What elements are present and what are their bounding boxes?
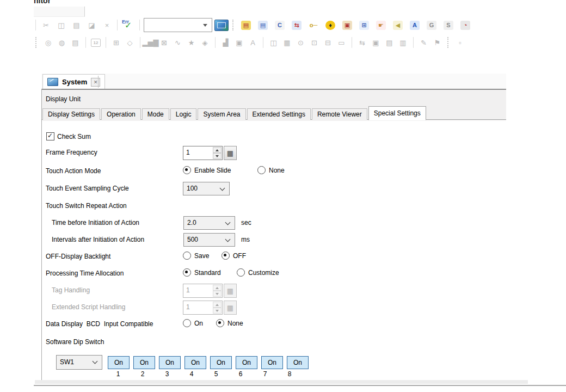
touch-switch-repeat-label: Touch Switch Repeat Action (46, 202, 127, 210)
processing-customize-label: Customize (248, 269, 279, 277)
dip-switch-5-button[interactable]: On (210, 356, 232, 369)
list-parts-alt-icon[interactable]: ▥ (398, 38, 408, 47)
bcd-none-radio[interactable] (216, 319, 224, 327)
processing-standard-radio[interactable] (183, 268, 191, 277)
dip-switch-6-button[interactable]: On (236, 356, 257, 369)
frame-frequency-spinner[interactable]: 1 (183, 146, 223, 160)
dip-switch-1-number: 1 (108, 370, 128, 378)
transfer-project-icon[interactable]: ⇆ (292, 21, 302, 30)
movie-camera-icon[interactable]: ⊙ (296, 38, 306, 47)
draw-pen-icon[interactable]: ✎ (419, 38, 429, 47)
g-settings-icon[interactable]: G (427, 21, 436, 30)
text-display-icon[interactable]: A (248, 38, 258, 47)
window-parts-icon[interactable]: ◫ (268, 38, 279, 47)
sketch-part-icon[interactable]: ◇ (125, 38, 135, 47)
time-before-initiation-label: Time before Initiation of Action (52, 219, 139, 226)
spin-up-button[interactable] (213, 147, 222, 153)
bcd-on-radio[interactable] (183, 319, 191, 327)
intervals-after-initiation-dropdown[interactable]: 500 (183, 233, 235, 247)
mini-part-icon[interactable]: ▫ (455, 38, 465, 47)
copy-icon[interactable]: ◫ (56, 20, 66, 30)
dip-switch-selector-dropdown[interactable]: SW1 (56, 355, 102, 370)
screen-part-icon[interactable]: ▭ (336, 38, 347, 47)
error-check-icon[interactable]: Err ✓ (121, 19, 136, 31)
touch-action-enable-slide-radio[interactable] (183, 166, 191, 174)
picture-display-icon[interactable]: ▣ (234, 38, 244, 47)
touch-settings-icon[interactable]: ☛ (376, 21, 386, 30)
toolbar-separator (413, 37, 414, 48)
security-icon[interactable]: ♦ (325, 21, 335, 30)
processing-customize-radio[interactable] (237, 268, 245, 277)
settings-list-icon[interactable]: ▤ (258, 21, 268, 30)
check-sum-checkbox[interactable] (46, 132, 54, 140)
date-display-icon[interactable]: 12 (91, 39, 101, 47)
schedule-icon[interactable]: ⊞ (359, 21, 369, 30)
toolbar-separator (117, 20, 118, 30)
touch-event-sampling-dropdown[interactable]: 100 (183, 182, 230, 195)
dip-switch-2-button[interactable]: On (133, 356, 155, 369)
flag-icon[interactable]: ⚑ (432, 38, 442, 47)
close-icon[interactable]: ✕ (91, 78, 100, 87)
delete-icon[interactable]: × (102, 20, 112, 30)
capture-timer-icon[interactable]: ◔ (460, 21, 470, 30)
horizontal-scrollbar[interactable] (35, 380, 528, 384)
document-tab-system[interactable]: System ✕ (42, 74, 105, 89)
backlight-off-radio[interactable] (222, 252, 230, 260)
spin-down-button[interactable] (213, 153, 222, 159)
keypad-display-icon[interactable]: ⊞ (111, 38, 121, 47)
tab-system-area[interactable]: System Area (198, 108, 245, 120)
alarm-part-icon[interactable]: ▤ (70, 38, 81, 47)
compass-marker-icon[interactable]: ◈ (200, 38, 210, 47)
bar-graph-icon[interactable]: ▂▅▇ (145, 38, 156, 47)
image-window-icon[interactable]: ▣ (371, 38, 381, 47)
lamp-part-icon[interactable]: ◍ (57, 38, 67, 47)
preview-screen-icon[interactable] (214, 20, 229, 31)
key-icon[interactable]: o─ (309, 21, 318, 30)
spin-up-button (213, 285, 222, 291)
tab-remote-viewer[interactable]: Remote Viewer (312, 108, 367, 120)
data-container-icon[interactable]: ▣ (342, 21, 352, 30)
paste-icon[interactable]: ▤ (71, 20, 82, 30)
frame-frequency-keypad-button[interactable]: ▦ (224, 146, 237, 160)
scatter-graph-icon[interactable]: ⊠ (159, 38, 169, 47)
tab-operation[interactable]: Operation (101, 108, 141, 120)
switch-part-icon[interactable]: ◎ (43, 38, 53, 47)
sound-icon[interactable]: ◀ (393, 21, 403, 30)
touch-action-none-radio[interactable] (257, 166, 266, 174)
tab-special-settings[interactable]: Special Settings (368, 106, 426, 120)
touch-action-none-label: None (269, 167, 285, 174)
dip-switch-3-button[interactable]: On (159, 356, 181, 369)
csv-file-icon[interactable]: C (275, 21, 285, 30)
tab-mode[interactable]: Mode (142, 108, 169, 120)
enable-slide-label: Enable Slide (194, 167, 231, 174)
backlight-save-radio[interactable] (183, 252, 191, 260)
toolbar-grip[interactable] (447, 37, 450, 48)
folder-transfer-icon[interactable]: ⇆ (357, 38, 367, 47)
time-before-initiation-dropdown[interactable]: 2.0 (183, 216, 235, 230)
extended-script-handling-label: Extended Script Handling (52, 303, 125, 311)
edit-alarm-icon[interactable]: ▤ (241, 21, 251, 30)
cut-icon[interactable]: ✂ (41, 20, 51, 30)
film-display-icon[interactable]: ▦ (282, 38, 292, 47)
duplicate-icon[interactable]: ◪ (87, 20, 97, 30)
bottom-divider (34, 385, 566, 386)
dip-switch-8-button[interactable]: On (287, 356, 309, 369)
frame-frequency-label: Frame Frequency (46, 149, 97, 156)
line-graph-icon[interactable]: ∿ (173, 38, 183, 47)
toolbar-grip[interactable] (35, 37, 38, 48)
tab-display-settings[interactable]: Display Settings (42, 108, 100, 120)
tab-logic[interactable]: Logic (170, 108, 197, 120)
toolbar-grip[interactable] (232, 20, 235, 30)
list-parts-icon[interactable]: ▤ (384, 38, 395, 47)
historical-lamp-icon[interactable]: ▟ (220, 38, 231, 47)
language-change-icon[interactable]: A (410, 21, 420, 30)
remote-monitor-icon[interactable]: ⊡ (309, 38, 319, 47)
screen-select-combobox[interactable] (144, 18, 212, 32)
dip-switch-7-button[interactable]: On (261, 356, 283, 369)
tab-extended-settings[interactable]: Extended Settings (247, 108, 311, 120)
computer-display-icon[interactable]: ⊟ (323, 38, 333, 47)
dip-switch-1-button[interactable]: On (108, 356, 130, 369)
dip-switch-4-button[interactable]: On (184, 356, 206, 369)
star-marker-icon[interactable]: ★ (186, 38, 196, 47)
s-settings-icon[interactable]: S (444, 21, 453, 30)
